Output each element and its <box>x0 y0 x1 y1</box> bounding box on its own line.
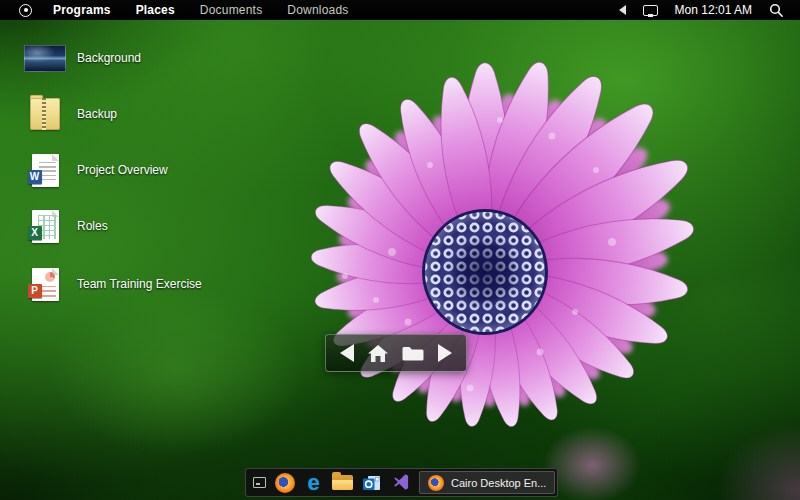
back-button[interactable] <box>340 344 354 362</box>
powerpoint-document-icon: P <box>32 268 59 301</box>
home-icon <box>367 344 389 363</box>
desktop-icon-label: Background <box>77 51 141 65</box>
cairo-menu-icon[interactable] <box>19 4 32 17</box>
search-icon[interactable] <box>769 3 784 18</box>
image-thumbnail-icon <box>24 45 66 72</box>
zip-folder-icon <box>30 98 60 130</box>
folder-icon <box>401 344 425 362</box>
menu-documents[interactable]: Documents <box>200 3 263 17</box>
file-explorer-icon <box>332 475 353 490</box>
home-button[interactable] <box>367 344 389 363</box>
menubar: Programs Places Documents Downloads Mon … <box>0 0 800 20</box>
firefox-icon <box>428 475 444 491</box>
edge-icon: e <box>307 473 319 493</box>
menu-programs[interactable]: Programs <box>53 3 111 17</box>
desktop-icon-project-overview[interactable]: W Project Overview <box>22 142 202 198</box>
desktop-icon-label: Team Training Exercise <box>77 277 202 291</box>
menubar-tray: Mon 12:01 AM <box>619 3 784 18</box>
collapse-arrow-icon[interactable] <box>619 5 626 15</box>
desktop-icon-team-training[interactable]: P Team Training Exercise <box>22 254 202 314</box>
desktop-icon-list: Background Backup W Project Overview <box>22 30 202 314</box>
outlook-taskbar-icon[interactable] <box>361 472 382 493</box>
desktop-icon-backup[interactable]: Backup <box>22 86 202 142</box>
folder-nav-widget <box>325 334 467 372</box>
menu-downloads[interactable]: Downloads <box>287 3 348 17</box>
firefox-taskbar-icon[interactable] <box>274 472 295 493</box>
show-desktop-button[interactable] <box>253 477 266 488</box>
forward-arrow-icon <box>438 344 452 362</box>
desktop-icon-label: Roles <box>77 219 108 233</box>
desktop-screen: Programs Places Documents Downloads Mon … <box>0 0 800 500</box>
menu-places[interactable]: Places <box>136 3 175 17</box>
visual-studio-taskbar-icon[interactable] <box>390 472 411 493</box>
word-document-icon: W <box>32 154 59 187</box>
desktop-icon-background[interactable]: Background <box>22 30 202 86</box>
monitor-icon[interactable] <box>643 5 658 16</box>
desktop-icon-label: Backup <box>77 107 117 121</box>
firefox-icon <box>275 473 295 493</box>
window-button-label: Cairo Desktop En... <box>451 477 546 489</box>
desktop-icon-label: Project Overview <box>77 163 168 177</box>
edge-taskbar-icon[interactable]: e <box>303 472 324 493</box>
clock[interactable]: Mon 12:01 AM <box>675 3 752 17</box>
visual-studio-icon <box>391 473 410 492</box>
window-button-cairo-desktop[interactable]: Cairo Desktop En... <box>419 471 555 494</box>
desktop-icon-roles[interactable]: X Roles <box>22 198 202 254</box>
folder-button[interactable] <box>401 344 425 362</box>
taskbar: e Cairo Desktop En... <box>245 468 558 497</box>
forward-button[interactable] <box>438 344 452 362</box>
file-explorer-taskbar-icon[interactable] <box>332 472 353 493</box>
back-arrow-icon <box>340 344 354 362</box>
pie-chart-glyph <box>45 272 55 282</box>
outlook-icon <box>362 473 382 493</box>
excel-document-icon: X <box>32 210 59 243</box>
